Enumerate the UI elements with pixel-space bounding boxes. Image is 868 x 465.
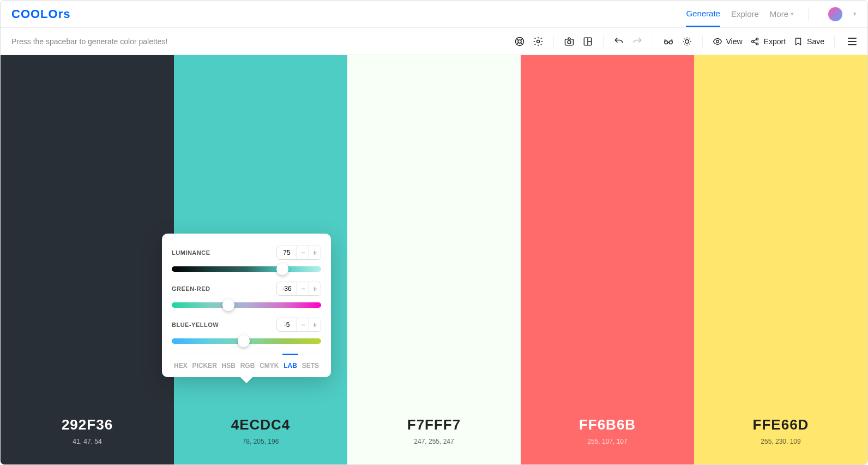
export-label: Export	[764, 37, 786, 46]
rgb-code: 247, 255, 247	[414, 438, 454, 445]
separator	[603, 35, 604, 47]
separator	[553, 35, 554, 47]
rgb-code: 41, 47, 54	[73, 438, 101, 445]
glasses-icon[interactable]	[663, 36, 674, 47]
view-label: View	[726, 37, 743, 46]
minus-button[interactable]: −	[297, 246, 309, 259]
save-label: Save	[807, 37, 824, 46]
undo-icon[interactable]	[613, 36, 624, 47]
svg-point-14	[685, 39, 689, 43]
minus-button[interactable]: −	[297, 318, 309, 331]
stepper: −+	[276, 318, 321, 332]
stepper: −+	[276, 246, 321, 260]
separator	[702, 35, 703, 47]
minus-button[interactable]: −	[297, 282, 309, 295]
svg-rect-7	[565, 39, 573, 45]
swatch-4[interactable]: FFE66D255, 230, 109	[694, 55, 867, 464]
hex-code[interactable]: FF6B6B	[579, 416, 636, 433]
slider-value-input[interactable]	[277, 249, 297, 257]
svg-point-8	[568, 40, 571, 44]
hex-code[interactable]: FFE66D	[753, 416, 809, 433]
separator	[653, 35, 653, 47]
tools: View Export Save	[514, 35, 857, 47]
slider-thumb[interactable]	[222, 299, 234, 311]
svg-line-2	[516, 38, 518, 40]
header: COOLOrs Generate Explore More ▾ ▾	[1, 1, 867, 28]
slider-track[interactable]	[172, 266, 321, 272]
gear-icon[interactable]	[533, 36, 544, 47]
svg-line-4	[516, 43, 518, 44]
slider-row: LUMINANCE−+	[172, 246, 321, 272]
rgb-code: 255, 230, 109	[761, 438, 800, 445]
stepper: −+	[276, 282, 321, 296]
slider-label: LUMINANCE	[172, 249, 210, 256]
panel-tabs: HEXPICKERHSBRGBCMYKLABSETS	[172, 354, 321, 377]
chevron-down-icon[interactable]: ▾	[853, 10, 857, 17]
slider-label: GREEN-RED	[172, 285, 210, 292]
tab-sets[interactable]: SETS	[301, 362, 320, 369]
view-button[interactable]: View	[713, 37, 743, 46]
tab-picker[interactable]: PICKER	[191, 362, 218, 369]
hex-code[interactable]: F7FFF7	[407, 416, 461, 433]
svg-line-5	[521, 43, 522, 44]
tab-hsb[interactable]: HSB	[221, 362, 237, 369]
hint-text: Press the spacebar to generate color pal…	[11, 37, 167, 46]
svg-point-15	[716, 40, 719, 43]
menu-icon[interactable]	[848, 38, 857, 45]
collage-icon[interactable]	[582, 36, 593, 47]
nav-generate[interactable]: Generate	[686, 1, 720, 27]
slider-track[interactable]	[172, 302, 321, 308]
tab-cmyk[interactable]: CMYK	[258, 362, 280, 369]
sun-icon[interactable]	[682, 36, 692, 47]
redo-icon[interactable]	[632, 36, 643, 47]
svg-line-3	[521, 38, 522, 40]
save-button[interactable]: Save	[793, 37, 824, 46]
slider-thumb[interactable]	[276, 263, 288, 275]
plus-button[interactable]: +	[309, 318, 321, 331]
slider-thumb[interactable]	[238, 335, 250, 347]
tab-lab[interactable]: LAB	[282, 354, 298, 369]
avatar[interactable]	[828, 7, 842, 21]
chevron-down-icon: ▾	[791, 10, 794, 17]
swatch-2[interactable]: F7FFF7247, 255, 247	[347, 55, 521, 464]
slider-label: BLUE-YELLOW	[172, 321, 219, 328]
nav: Generate Explore More ▾ ▾	[686, 1, 857, 27]
color-panel: LUMINANCE−+GREEN-RED−+BLUE-YELLOW−+HEXPI…	[162, 234, 331, 377]
swatch-3[interactable]: FF6B6B255, 107, 107	[521, 55, 694, 464]
slider-value-input[interactable]	[277, 285, 297, 293]
nav-more-label: More	[770, 9, 788, 19]
separator	[834, 35, 835, 47]
toolbar: Press the spacebar to generate color pal…	[1, 28, 867, 55]
export-button[interactable]: Export	[750, 37, 786, 46]
palette: 292F3641, 47, 544ECDC478, 205, 196F7FFF7…	[1, 55, 867, 464]
svg-point-1	[518, 40, 521, 43]
svg-point-17	[756, 38, 758, 40]
nav-explore[interactable]: Explore	[731, 2, 759, 26]
svg-point-18	[756, 43, 758, 45]
camera-icon[interactable]	[564, 36, 575, 47]
svg-point-16	[751, 40, 754, 43]
slider-row: GREEN-RED−+	[172, 282, 321, 308]
slider-value-input[interactable]	[277, 321, 297, 329]
rgb-code: 255, 107, 107	[587, 438, 627, 445]
separator	[808, 7, 809, 21]
hex-code[interactable]: 292F36	[62, 416, 113, 433]
logo[interactable]: COOLOrs	[11, 7, 70, 21]
svg-line-20	[754, 41, 756, 43]
slider-track[interactable]	[172, 338, 321, 344]
hex-code[interactable]: 4ECDC4	[231, 416, 291, 433]
rgb-code: 78, 205, 196	[243, 438, 279, 445]
nav-more[interactable]: More ▾	[770, 2, 794, 26]
swatch-0[interactable]: 292F3641, 47, 54	[1, 55, 174, 464]
svg-line-19	[754, 39, 756, 41]
tab-hex[interactable]: HEX	[173, 362, 189, 369]
help-icon[interactable]	[514, 36, 525, 47]
plus-button[interactable]: +	[309, 282, 321, 295]
svg-point-6	[537, 40, 539, 43]
tab-rgb[interactable]: RGB	[239, 362, 256, 369]
slider-row: BLUE-YELLOW−+	[172, 318, 321, 344]
plus-button[interactable]: +	[309, 246, 321, 259]
